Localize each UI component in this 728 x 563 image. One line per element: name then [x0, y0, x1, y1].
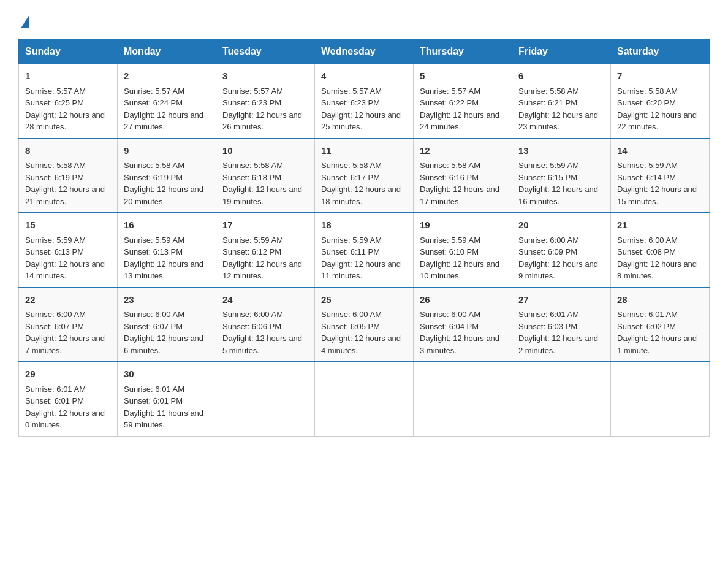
day-sunrise: Sunrise: 6:00 AM: [124, 310, 184, 319]
day-daylight: Daylight: 12 hours and 22 minutes.: [617, 110, 697, 132]
calendar-header: SundayMondayTuesdayWednesdayThursdayFrid…: [19, 40, 710, 64]
calendar-cell: 11Sunrise: 5:58 AMSunset: 6:17 PMDayligh…: [315, 139, 414, 213]
calendar-week-row: 1Sunrise: 5:57 AMSunset: 6:25 PMDaylight…: [19, 64, 710, 139]
calendar-cell: 14Sunrise: 5:59 AMSunset: 6:14 PMDayligh…: [611, 139, 710, 213]
calendar-cell: 19Sunrise: 5:59 AMSunset: 6:10 PMDayligh…: [414, 213, 512, 288]
day-daylight: Daylight: 12 hours and 25 minutes.: [321, 110, 401, 132]
day-daylight: Daylight: 12 hours and 21 minutes.: [25, 185, 105, 206]
calendar-cell: 13Sunrise: 5:59 AMSunset: 6:15 PMDayligh…: [512, 139, 611, 213]
weekday-header-saturday: Saturday: [611, 40, 710, 64]
logo-triangle-icon: [21, 15, 29, 28]
day-sunset: Sunset: 6:19 PM: [124, 173, 183, 182]
day-number: 14: [617, 144, 703, 158]
day-sunrise: Sunrise: 5:59 AM: [25, 236, 86, 245]
page-header: [18, 12, 710, 27]
day-sunset: Sunset: 6:02 PM: [617, 322, 676, 331]
day-daylight: Daylight: 12 hours and 7 minutes.: [25, 334, 105, 355]
calendar-table: SundayMondayTuesdayWednesdayThursdayFrid…: [18, 39, 710, 437]
day-sunrise: Sunrise: 5:58 AM: [321, 161, 382, 170]
calendar-body: 1Sunrise: 5:57 AMSunset: 6:25 PMDaylight…: [19, 64, 710, 436]
calendar-week-row: 15Sunrise: 5:59 AMSunset: 6:13 PMDayligh…: [19, 213, 710, 288]
day-number: 24: [222, 293, 308, 307]
day-daylight: Daylight: 12 hours and 24 minutes.: [420, 110, 499, 132]
calendar-cell: 27Sunrise: 6:01 AMSunset: 6:03 PMDayligh…: [512, 288, 611, 362]
day-sunset: Sunset: 6:04 PM: [420, 322, 479, 331]
day-sunset: Sunset: 6:07 PM: [25, 322, 84, 331]
day-sunset: Sunset: 6:24 PM: [124, 98, 183, 107]
day-sunset: Sunset: 6:25 PM: [25, 98, 84, 107]
calendar-cell: 4Sunrise: 5:57 AMSunset: 6:23 PMDaylight…: [315, 64, 414, 139]
logo: [18, 12, 29, 27]
day-sunrise: Sunrise: 5:58 AM: [124, 161, 184, 170]
calendar-cell: [512, 362, 611, 436]
day-sunset: Sunset: 6:01 PM: [25, 396, 84, 405]
day-number: 29: [25, 367, 111, 381]
weekday-header-friday: Friday: [512, 40, 611, 64]
day-sunset: Sunset: 6:20 PM: [617, 98, 676, 107]
day-number: 26: [420, 293, 506, 307]
day-number: 3: [222, 69, 308, 83]
day-sunrise: Sunrise: 5:58 AM: [222, 161, 283, 170]
day-sunset: Sunset: 6:21 PM: [518, 98, 577, 107]
day-daylight: Daylight: 12 hours and 20 minutes.: [124, 185, 203, 206]
day-daylight: Daylight: 12 hours and 8 minutes.: [617, 259, 697, 281]
day-sunset: Sunset: 6:19 PM: [25, 173, 84, 182]
day-number: 23: [124, 293, 210, 307]
day-daylight: Daylight: 11 hours and 59 minutes.: [124, 408, 203, 430]
day-number: 7: [617, 69, 703, 83]
day-sunset: Sunset: 6:07 PM: [124, 322, 183, 331]
calendar-cell: 29Sunrise: 6:01 AMSunset: 6:01 PMDayligh…: [19, 362, 118, 436]
weekday-header-row: SundayMondayTuesdayWednesdayThursdayFrid…: [19, 40, 710, 64]
day-sunset: Sunset: 6:23 PM: [222, 98, 281, 107]
day-sunrise: Sunrise: 5:58 AM: [420, 161, 480, 170]
day-sunrise: Sunrise: 6:00 AM: [222, 310, 283, 319]
calendar-cell: 25Sunrise: 6:00 AMSunset: 6:05 PMDayligh…: [315, 288, 414, 362]
day-sunset: Sunset: 6:22 PM: [420, 98, 479, 107]
day-sunrise: Sunrise: 5:58 AM: [518, 86, 579, 96]
day-sunset: Sunset: 6:09 PM: [518, 247, 577, 256]
day-daylight: Daylight: 12 hours and 17 minutes.: [420, 185, 499, 206]
day-number: 28: [617, 293, 703, 307]
day-sunset: Sunset: 6:13 PM: [124, 247, 183, 256]
calendar-cell: 20Sunrise: 6:00 AMSunset: 6:09 PMDayligh…: [512, 213, 611, 288]
day-number: 16: [124, 218, 210, 232]
day-daylight: Daylight: 12 hours and 6 minutes.: [124, 334, 203, 355]
day-sunset: Sunset: 6:05 PM: [321, 322, 380, 331]
day-number: 9: [124, 144, 210, 158]
calendar-cell: 22Sunrise: 6:00 AMSunset: 6:07 PMDayligh…: [19, 288, 118, 362]
calendar-cell: 5Sunrise: 5:57 AMSunset: 6:22 PMDaylight…: [414, 64, 512, 139]
day-daylight: Daylight: 12 hours and 15 minutes.: [617, 185, 697, 206]
calendar-cell: 1Sunrise: 5:57 AMSunset: 6:25 PMDaylight…: [19, 64, 118, 139]
day-sunset: Sunset: 6:08 PM: [617, 247, 676, 256]
calendar-cell: 15Sunrise: 5:59 AMSunset: 6:13 PMDayligh…: [19, 213, 118, 288]
calendar-cell: 16Sunrise: 5:59 AMSunset: 6:13 PMDayligh…: [118, 213, 216, 288]
day-daylight: Daylight: 12 hours and 26 minutes.: [222, 110, 302, 132]
calendar-cell: 12Sunrise: 5:58 AMSunset: 6:16 PMDayligh…: [414, 139, 512, 213]
day-number: 11: [321, 144, 407, 158]
day-sunset: Sunset: 6:15 PM: [518, 173, 577, 182]
weekday-header-sunday: Sunday: [19, 40, 118, 64]
day-sunrise: Sunrise: 5:59 AM: [321, 236, 382, 245]
day-daylight: Daylight: 12 hours and 13 minutes.: [124, 259, 203, 281]
calendar-cell: 6Sunrise: 5:58 AMSunset: 6:21 PMDaylight…: [512, 64, 611, 139]
day-number: 8: [25, 144, 111, 158]
day-number: 22: [25, 293, 111, 307]
day-number: 2: [124, 69, 210, 83]
day-sunrise: Sunrise: 5:57 AM: [222, 86, 283, 96]
day-sunrise: Sunrise: 5:58 AM: [25, 161, 86, 170]
day-number: 25: [321, 293, 407, 307]
day-number: 5: [420, 69, 506, 83]
day-number: 4: [321, 69, 407, 83]
weekday-header-monday: Monday: [118, 40, 216, 64]
day-number: 6: [518, 69, 604, 83]
day-sunrise: Sunrise: 6:00 AM: [518, 236, 579, 245]
day-sunrise: Sunrise: 6:00 AM: [25, 310, 86, 319]
calendar-week-row: 22Sunrise: 6:00 AMSunset: 6:07 PMDayligh…: [19, 288, 710, 362]
day-daylight: Daylight: 12 hours and 19 minutes.: [222, 185, 302, 206]
day-number: 21: [617, 218, 703, 232]
day-daylight: Daylight: 12 hours and 4 minutes.: [321, 334, 401, 355]
calendar-cell: 3Sunrise: 5:57 AMSunset: 6:23 PMDaylight…: [216, 64, 315, 139]
calendar-cell: 7Sunrise: 5:58 AMSunset: 6:20 PMDaylight…: [611, 64, 710, 139]
calendar-cell: 17Sunrise: 5:59 AMSunset: 6:12 PMDayligh…: [216, 213, 315, 288]
day-sunset: Sunset: 6:13 PM: [25, 247, 84, 256]
